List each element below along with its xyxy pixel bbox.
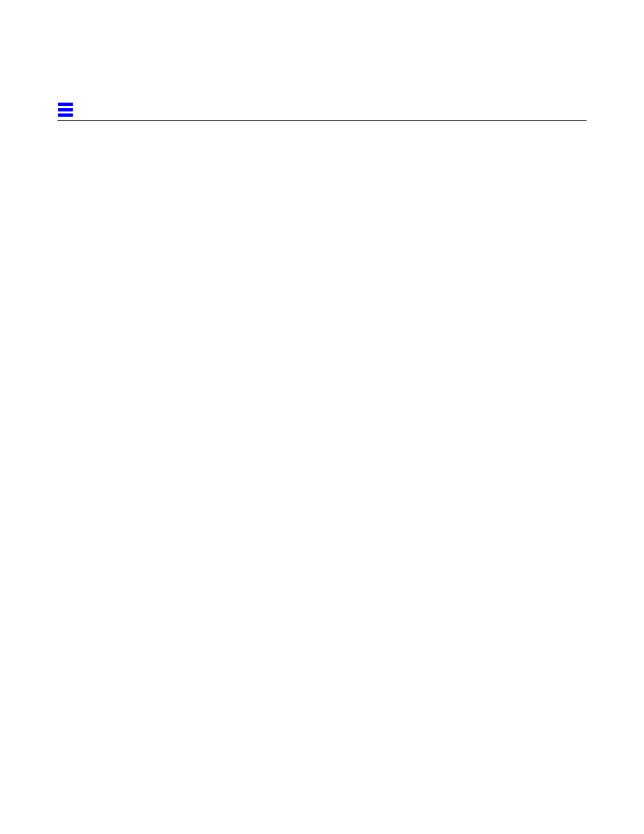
page-content <box>57 101 587 121</box>
page-header <box>57 101 587 120</box>
header-divider <box>57 120 587 121</box>
svg-rect-2 <box>58 113 73 117</box>
svg-rect-0 <box>58 103 73 106</box>
menu-icon <box>57 101 74 118</box>
svg-rect-1 <box>58 108 73 111</box>
